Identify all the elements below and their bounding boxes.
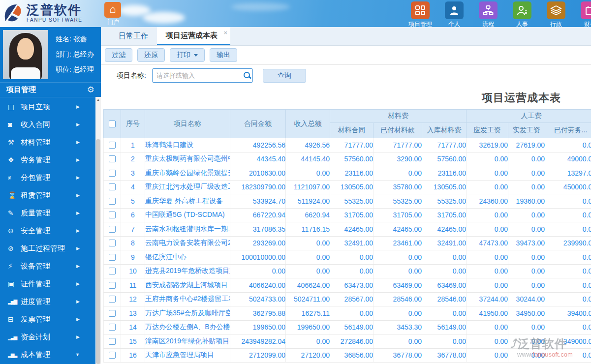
sidebar-item-equipment-mgmt[interactable]: ⚡设备管理▶ — [0, 257, 95, 275]
project-name-link[interactable]: 万达办公楼左侧A、B办公楼 — [145, 320, 230, 334]
value-cell: 27120.00 — [286, 348, 330, 363]
row-seq: 7 — [121, 222, 145, 237]
value-cell: 36856.00 — [330, 348, 373, 363]
row-checkbox[interactable] — [109, 324, 116, 331]
project-name-link[interactable]: 重庆市鹅岭公园绿化景观提升工程 — [145, 166, 230, 181]
select-all-checkbox[interactable] — [109, 121, 116, 127]
value-cell: 0.00 — [545, 138, 591, 152]
project-name-link[interactable]: 王府井商务中心#2楼遗留工程 — [145, 292, 230, 306]
value-cell: 71777.00 — [373, 138, 422, 152]
project-name-link[interactable]: 珠海鹤港口建设 — [145, 138, 230, 152]
row-checkbox[interactable] — [109, 212, 116, 218]
row-checkbox[interactable] — [109, 142, 116, 149]
row-checkbox[interactable] — [109, 198, 116, 205]
sidebar-item-quality-mgmt[interactable]: ✎质量管理▶ — [0, 204, 95, 222]
project-name-link[interactable]: 云南水利枢纽潜明水库一期工程 — [145, 222, 230, 237]
row-seq: 16 — [121, 348, 145, 363]
app-project-mgmt[interactable]: 项目管理 — [408, 1, 432, 27]
sidebar-item-label: 成本管理 — [21, 350, 75, 360]
print-button[interactable]: 打印 — [170, 48, 205, 62]
project-name-link[interactable]: 重庆太极制药有限公司亳州中心 — [145, 152, 230, 166]
chevron-right-icon: ▶ — [76, 104, 80, 109]
sidebar-item-invoice-mgmt[interactable]: ⊟发票管理▶ — [0, 310, 95, 328]
row-checkbox[interactable] — [109, 296, 116, 303]
sidebar-item-subcontract-mgmt[interactable]: x²分包管理▶ — [0, 169, 95, 186]
cloud-decoration — [143, 12, 185, 24]
table-row: 13万达广场35#会所及咖啡厅空调362795.8816275.110.000.… — [104, 306, 591, 321]
sidebar-item-safety-mgmt[interactable]: ⊖安全管理▶ — [0, 222, 95, 240]
project-name-link[interactable]: 重庆华夏 外高桥工程设备 — [145, 194, 230, 209]
project-name-link[interactable]: 西安成都路龙湖上河城项目 — [145, 278, 230, 293]
labor-mgmt-icon: ❖ — [8, 156, 21, 164]
sidebar-section-title: 项目管理 — [6, 85, 87, 94]
restore-button[interactable]: 还原 — [137, 48, 165, 62]
row-checkbox[interactable] — [109, 310, 116, 317]
value-cell: 2010630.00 — [230, 166, 286, 181]
tab-cost-report[interactable]: 项目运营成本表× — [157, 27, 230, 45]
row-checkbox[interactable] — [109, 155, 116, 162]
search-icon[interactable] — [243, 71, 251, 80]
project-name-link[interactable]: 逊克县2019年危桥改造项目建设 — [145, 264, 230, 278]
value-cell: 667220.94 — [230, 208, 286, 222]
project-name-link[interactable]: 天津市应急管理局项目 — [145, 348, 230, 363]
sidebar-item-labor-mgmt[interactable]: ❖劳务管理▶ — [0, 151, 95, 169]
sidebar-item-cost-mgmt[interactable]: ▂▆▃成本管理▼ — [0, 346, 95, 364]
sidebar-item-material-mgmt[interactable]: ⚒材料管理▶ — [0, 133, 95, 151]
filter-button[interactable]: 过滤 — [105, 48, 132, 62]
sidebar-item-fund-plan[interactable]: ▁▃▅资金计划▶ — [0, 328, 95, 346]
value-cell: 0.00 — [508, 250, 545, 265]
sidebar-item-certificate-mgmt[interactable]: ▣证件管理▶ — [0, 275, 95, 293]
project-name-link[interactable]: 云南电力设备安装有限公司20 — [145, 236, 230, 250]
row-checkbox[interactable] — [109, 226, 116, 233]
sidebar-item-income-contract[interactable]: ◙收入合同▶ — [0, 116, 95, 133]
project-name-link[interactable]: 潼南区2019年绿化补贴项目-绿 — [145, 334, 230, 349]
row-checkbox[interactable] — [109, 170, 116, 177]
gear-icon[interactable]: ⚙ — [87, 85, 94, 95]
app-finance[interactable]: 财务 — [578, 1, 591, 27]
sidebar-item-progress-mgmt[interactable]: ▂▅▇进度管理▶ — [0, 293, 95, 310]
column-header: 实发工资 — [508, 123, 545, 138]
row-seq: 10 — [121, 264, 145, 278]
app-admin[interactable]: 行政 — [544, 1, 568, 27]
value-cell: 450000.00 — [545, 180, 591, 194]
sidebar-item-lease-mgmt[interactable]: ⌛租赁管理▶ — [0, 186, 95, 204]
row-checkbox[interactable] — [109, 338, 116, 345]
row-checkbox[interactable] — [109, 183, 116, 190]
row-select-cell — [104, 222, 121, 237]
column-header: 已付劳务... — [545, 123, 591, 138]
value-cell: 511924.00 — [286, 194, 330, 209]
app-flow[interactable]: 流程 — [476, 1, 500, 27]
value-cell: 42465.00 — [422, 222, 467, 237]
app-label: 行政 — [550, 21, 562, 27]
row-seq: 11 — [121, 278, 145, 293]
row-checkbox[interactable] — [109, 268, 116, 274]
value-cell: 32619.00 — [467, 138, 508, 152]
app-hr[interactable]: 人事 — [510, 1, 534, 27]
tab-daily-work[interactable]: 日常工作 — [110, 27, 157, 45]
main-content: 日常工作项目运营成本表× 过滤 还原 打印 输出 项目名称: 查询 项目运营成本… — [101, 27, 591, 364]
sidebar-item-project-initiation[interactable]: ▤项目立项▶ — [0, 98, 95, 116]
value-cell: 199650.00 — [286, 320, 330, 334]
scrollbar-up-arrow[interactable]: ▲ — [95, 98, 101, 101]
close-icon[interactable]: × — [223, 29, 227, 36]
chevron-right-icon: ▶ — [76, 211, 80, 215]
export-button[interactable]: 输出 — [210, 48, 237, 62]
portal-button[interactable]: ⌂ 门户 — [104, 2, 122, 27]
value-cell: 243949282.04 — [230, 334, 286, 349]
project-name-link[interactable]: 万达广场35#会所及咖啡厅空调 — [145, 306, 230, 321]
value-cell: 28546.00 — [422, 292, 467, 306]
row-checkbox[interactable] — [109, 282, 116, 289]
row-checkbox[interactable] — [109, 240, 116, 246]
value-cell: 57560.00 — [422, 152, 467, 166]
sidebar-item-construction-process[interactable]: ⊘施工过程管理▶ — [0, 240, 95, 257]
scrollbar-thumb[interactable] — [96, 139, 100, 364]
project-name-link[interactable]: 中国联通5G (TD-SCDMA) — [145, 208, 230, 222]
material-mgmt-icon: ⚒ — [8, 138, 21, 146]
row-checkbox[interactable] — [109, 352, 116, 359]
project-name-link[interactable]: 银亿滨江中心 — [145, 250, 230, 265]
project-name-link[interactable]: 重庆江北污水处理厂级改造工程 — [145, 180, 230, 194]
query-button[interactable]: 查询 — [263, 69, 306, 83]
row-checkbox[interactable] — [109, 254, 116, 261]
app-personal[interactable]: 个人 — [442, 1, 466, 27]
project-name-input[interactable] — [156, 72, 243, 79]
